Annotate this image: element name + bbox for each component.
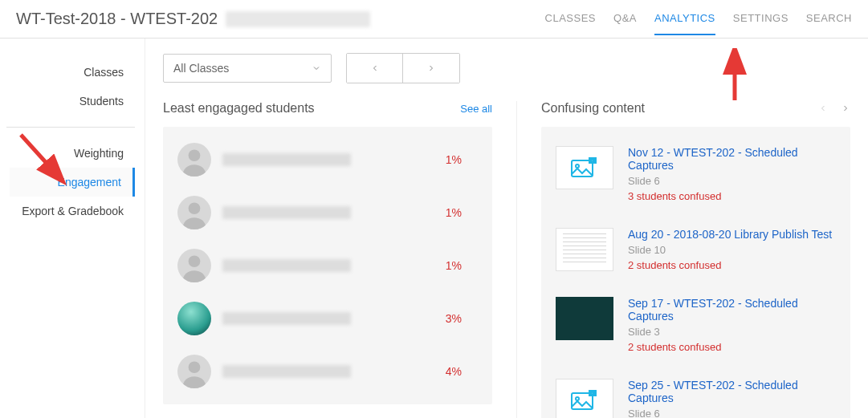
topbar: WT-Test-2018 - WTEST-202 CLASSES Q&A ANA… [0,0,868,39]
main: All Classes Least engagaged students See… [145,39,868,418]
confusing-content-title: Confusing content [541,101,645,116]
nav-qa[interactable]: Q&A [613,12,637,35]
chevron-left-icon [370,63,380,73]
confusing-content-column: Confusing content Nov 12 - WTEST-202 - S… [516,101,850,418]
topnav: CLASSES Q&A ANALYTICS SETTINGS SEARCH [545,12,852,26]
media-icon [571,156,598,179]
confusing-content-nav [818,103,850,113]
student-row[interactable]: 1% [166,186,489,239]
content-slide: Slide 10 [628,244,832,256]
content-title-link[interactable]: Sep 17 - WTEST-202 - Scheduled Captures [628,297,836,323]
svg-marker-7 [591,159,594,162]
pager [346,53,460,83]
content-title-link[interactable]: Sep 25 - WTEST-202 - Scheduled Captures [628,379,836,404]
sidebar-item-weighting[interactable]: Weighting [10,139,135,168]
content-row[interactable]: Sep 25 - WTEST-202 - Scheduled Captures … [544,366,847,418]
avatar [177,355,211,388]
student-row[interactable]: 1% [166,239,489,292]
content-slide: Slide 6 [628,408,836,418]
content-info: Sep 17 - WTEST-202 - Scheduled Captures … [628,297,836,353]
student-name-redacted [222,259,351,272]
content-row[interactable]: Nov 12 - WTEST-202 - Scheduled Captures … [544,133,847,215]
confusing-content-panel: Nov 12 - WTEST-202 - Scheduled Captures … [541,127,850,418]
content-title-link[interactable]: Nov 12 - WTEST-202 - Scheduled Captures [628,146,836,172]
see-all-link[interactable]: See all [460,103,492,115]
container: Classes Students Weighting Engagement Ex… [0,39,868,418]
sidebar-item-students[interactable]: Students [10,87,135,116]
nav-classes[interactable]: CLASSES [545,12,596,35]
student-percent: 1% [422,153,462,166]
sidebar-item-engagement[interactable]: Engagement [10,168,135,197]
student-row[interactable]: 3% [166,292,489,345]
svg-point-0 [189,149,201,161]
chevron-left-icon[interactable] [818,103,828,113]
content-title-link[interactable]: Aug 20 - 2018-08-20 Library Publish Test [628,228,832,241]
least-engaged-panel: 1% 1% 1% 3% [163,127,492,404]
content-thumb [556,297,613,340]
content-slide: Slide 6 [628,175,836,187]
student-percent: 3% [422,312,462,325]
media-icon [571,389,598,412]
chevron-down-icon [312,63,321,73]
student-percent: 1% [422,206,462,219]
nav-settings[interactable]: SETTINGS [733,12,789,35]
student-name-redacted [222,312,351,325]
sidebar: Classes Students Weighting Engagement Ex… [0,39,145,418]
confusing-content-head: Confusing content [541,101,850,116]
sidebar-item-classes[interactable]: Classes [10,58,135,87]
avatar [177,143,211,177]
sidebar-divider [6,127,135,128]
nav-analytics[interactable]: ANALYTICS [654,12,715,35]
content-row[interactable]: Sep 17 - WTEST-202 - Scheduled Captures … [544,284,847,366]
content-thumb [556,228,613,271]
pager-next-button[interactable] [403,54,459,83]
controls: All Classes [163,53,850,83]
class-selector-label: All Classes [173,62,229,75]
chevron-right-icon [426,63,436,73]
content-info: Sep 25 - WTEST-202 - Scheduled Captures … [628,379,836,418]
content-thumb [556,379,613,418]
class-selector[interactable]: All Classes [163,54,332,83]
content-confused: 3 students confused [628,190,836,202]
student-name-redacted [222,206,351,219]
page-title: WT-Test-2018 - WTEST-202 [16,10,218,28]
content-thumb [556,146,613,189]
content-slide: Slide 3 [628,326,836,338]
svg-point-5 [576,164,579,168]
nav-search[interactable]: SEARCH [806,12,852,35]
svg-point-9 [576,397,579,400]
student-percent: 4% [422,365,462,378]
student-percent: 1% [422,259,462,272]
svg-point-2 [189,255,201,267]
content-confused: 2 students confused [628,259,832,271]
content-info: Nov 12 - WTEST-202 - Scheduled Captures … [628,146,836,202]
least-engaged-column: Least engagaged students See all 1% 1% [163,101,492,418]
content-row[interactable]: Aug 20 - 2018-08-20 Library Publish Test… [544,215,847,284]
content-confused: 2 students confused [628,341,836,353]
avatar [177,302,211,335]
student-name-redacted [222,365,351,378]
student-row[interactable]: 1% [166,133,489,186]
title-area: WT-Test-2018 - WTEST-202 [16,10,370,28]
content-info: Aug 20 - 2018-08-20 Library Publish Test… [628,228,832,271]
avatar [177,196,211,229]
svg-point-1 [189,202,201,214]
student-row[interactable]: 4% [166,345,489,398]
columns: Least engagaged students See all 1% 1% [163,101,850,418]
student-name-redacted [222,153,351,166]
sidebar-item-export[interactable]: Export & Gradebook [10,197,135,225]
least-engaged-title: Least engagaged students [163,101,315,116]
pager-prev-button[interactable] [347,54,403,83]
chevron-right-icon[interactable] [841,103,850,113]
title-redacted [226,11,370,27]
svg-marker-11 [591,392,594,395]
least-engaged-head: Least engagaged students See all [163,101,492,116]
svg-point-3 [189,361,201,373]
avatar [177,249,211,282]
